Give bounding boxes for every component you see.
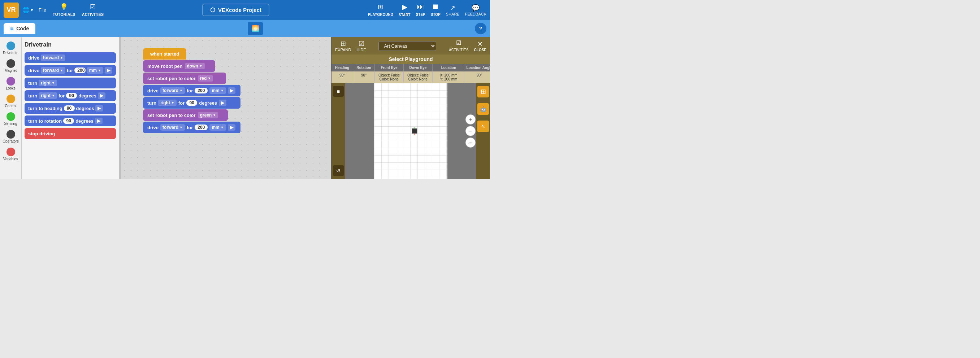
sensing-dot bbox=[6, 112, 15, 121]
canvas-green-dropdown[interactable]: green bbox=[198, 112, 218, 118]
pg-activities-button[interactable]: ☑ ACTIVITIES bbox=[449, 40, 468, 53]
sensing-label: Sensing bbox=[4, 122, 17, 125]
sidebar-item-control[interactable]: Control bbox=[1, 93, 21, 109]
looks-dot bbox=[6, 77, 15, 86]
feedback-label: FEEDBACK bbox=[465, 12, 487, 16]
canvas-degrees-text: degrees bbox=[199, 100, 217, 106]
globe-menu[interactable]: 🌐 ▾ bbox=[22, 6, 33, 13]
magnet-dot bbox=[6, 59, 15, 68]
canvas-block-group: when started move robot pen down set rob… bbox=[143, 48, 240, 134]
block-drive-forward-mm[interactable]: drive forward for 200 mm ▶ bbox=[25, 65, 116, 76]
sidebar-item-magnet[interactable]: Magnet bbox=[1, 58, 21, 74]
block-turn-right[interactable]: turn right bbox=[25, 78, 116, 89]
block-arrow4[interactable]: ▶ bbox=[95, 118, 103, 124]
sidebar-item-drivetrain[interactable]: Drivetrain bbox=[1, 40, 21, 56]
operators-label: Operators bbox=[3, 139, 18, 143]
canvas-mm-dropdown1[interactable]: mm bbox=[210, 87, 226, 94]
block-forward-dropdown[interactable]: forward bbox=[41, 54, 65, 61]
pg-reset-btn[interactable]: ↺ bbox=[333, 165, 344, 176]
workspace-canvas[interactable]: when started move robot pen down set rob… bbox=[121, 37, 331, 179]
step-label: STEP bbox=[416, 13, 425, 17]
stop-button[interactable]: ⏹ STOP bbox=[431, 3, 441, 17]
sidebar-item-sensing[interactable]: Sensing bbox=[1, 111, 21, 127]
canvas-arrow2[interactable]: ▶ bbox=[219, 100, 226, 106]
canvas-move-pen-text: move robot pen bbox=[147, 63, 183, 69]
canvas-90-input[interactable]: 90 bbox=[186, 100, 197, 106]
canvas-drive-forward-1[interactable]: drive forward for 200 mm ▶ bbox=[143, 85, 240, 97]
canvas-arrow1[interactable]: ▶ bbox=[228, 87, 235, 94]
step-icon: ⏭ bbox=[416, 3, 425, 11]
canvas-red-dropdown[interactable]: red bbox=[198, 75, 213, 82]
canvas-forward-dropdown2[interactable]: forward bbox=[160, 124, 185, 131]
block-turn-rotation-text: turn to rotation bbox=[28, 118, 62, 124]
sidebar-item-variables[interactable]: Variables bbox=[1, 146, 21, 162]
canvas-drive-forward-2[interactable]: drive forward for 200 mm ▶ bbox=[143, 122, 240, 133]
zoom-out-button[interactable]: − bbox=[465, 126, 476, 136]
control-label: Control bbox=[5, 104, 16, 108]
canvas-right-dropdown[interactable]: right bbox=[158, 100, 177, 106]
block-turn-to-heading[interactable]: turn to heading 90 degrees ▶ bbox=[25, 103, 116, 114]
feedback-button[interactable]: 💬 FEEDBACK bbox=[465, 4, 487, 16]
variables-label: Variables bbox=[3, 157, 18, 161]
block-turn-right-degrees[interactable]: turn right for 90 degrees ▶ bbox=[25, 90, 116, 101]
block-turn-to-rotation[interactable]: turn to rotation 90 degrees ▶ bbox=[25, 116, 116, 126]
canvas-200-input1[interactable]: 200 bbox=[195, 88, 208, 93]
pg-robot-icon-btn[interactable]: 🤖 bbox=[477, 103, 489, 115]
block-rotation-90-input[interactable]: 90 bbox=[63, 118, 74, 124]
canvas-arrow3[interactable]: ▶ bbox=[228, 124, 235, 131]
block-heading-90-input[interactable]: 90 bbox=[64, 105, 75, 111]
zoom-in-button[interactable]: + bbox=[465, 114, 476, 125]
start-button[interactable]: ▶ START bbox=[399, 3, 410, 18]
block-right-dropdown2[interactable]: right bbox=[39, 92, 57, 99]
canvas-set-pen-green[interactable]: set robot pen to color green bbox=[143, 109, 228, 121]
canvas-set-pen-red[interactable]: set robot pen to color red bbox=[143, 73, 226, 84]
sidebar-item-looks[interactable]: Looks bbox=[1, 75, 21, 92]
block-200-input[interactable]: 200 bbox=[75, 68, 85, 73]
block-forward-dropdown2[interactable]: forward bbox=[41, 67, 65, 74]
playground-button[interactable]: ⊞ PLAYGROUND bbox=[368, 3, 393, 17]
tutorials-button[interactable]: 💡 TUTORIALS bbox=[53, 3, 75, 17]
canvas-mm-dropdown2[interactable]: mm bbox=[210, 124, 226, 131]
playground-select-dropdown[interactable]: Art Canvas Maze Grid bbox=[379, 41, 436, 51]
pg-hide-button[interactable]: ☑ HIDE bbox=[356, 40, 366, 52]
pg-grid-icon-btn[interactable]: ⊞ bbox=[477, 86, 489, 97]
code-tab[interactable]: ≡ Code bbox=[3, 23, 35, 34]
pg-stop-btn[interactable]: ■ bbox=[333, 86, 344, 97]
file-menu[interactable]: File bbox=[39, 7, 46, 13]
project-title[interactable]: ⬡ VEXcode Project bbox=[202, 3, 269, 16]
block-mm-dropdown[interactable]: mm bbox=[87, 67, 103, 74]
pg-expand-button[interactable]: ⊞ EXPAND bbox=[335, 40, 351, 52]
share-button[interactable]: ↗ SHARE bbox=[446, 4, 460, 16]
canvas-turn-right-90[interactable]: turn right for 90 degrees ▶ bbox=[143, 97, 240, 109]
help-button[interactable]: ? bbox=[475, 23, 487, 34]
canvas-forward-dropdown1[interactable]: forward bbox=[160, 87, 185, 94]
block-arrow3[interactable]: ▶ bbox=[95, 105, 103, 111]
globe-dropdown-arrow: ▾ bbox=[31, 7, 33, 13]
canvas-for-text2: for bbox=[178, 100, 185, 106]
block-right-dropdown[interactable]: right bbox=[39, 80, 57, 86]
down-eye-col-header: Down Eye bbox=[404, 64, 433, 71]
hide-label: HIDE bbox=[356, 48, 366, 52]
pg-cursor-icon-btn[interactable]: ↖ bbox=[477, 120, 489, 132]
block-arrow1[interactable]: ▶ bbox=[105, 67, 112, 74]
pg-close-button[interactable]: ✕ CLOSE bbox=[474, 40, 487, 52]
zoom-more-button[interactable]: ⋯ bbox=[465, 138, 476, 147]
start-icon: ▶ bbox=[399, 3, 410, 11]
block-arrow2[interactable]: ▶ bbox=[98, 92, 105, 99]
activities-button[interactable]: ☑ ACTIVITIES bbox=[82, 3, 104, 17]
playground-panel: ⊞ EXPAND ☑ HIDE Art Canvas Maze Grid ☑ A… bbox=[331, 37, 490, 179]
block-90-input[interactable]: 90 bbox=[66, 93, 77, 98]
canvas-move-pen-down[interactable]: move robot pen down bbox=[143, 60, 215, 72]
block-drive-forward[interactable]: drive forward bbox=[25, 52, 116, 63]
canvas-down-dropdown[interactable]: down bbox=[185, 63, 205, 69]
canvas-200-input2[interactable]: 200 bbox=[195, 125, 208, 130]
sunrise-button[interactable]: 🌅 bbox=[248, 22, 263, 35]
step-button[interactable]: ⏭ STEP bbox=[416, 3, 425, 17]
sidebar-item-operators[interactable]: Operators bbox=[1, 128, 21, 145]
drivetrain-label: Drivetrain bbox=[3, 51, 18, 55]
robot-indicator bbox=[411, 127, 418, 135]
location-col-header: Location bbox=[433, 64, 465, 71]
block-stop-driving[interactable]: stop driving bbox=[25, 128, 116, 139]
canvas-when-started[interactable]: when started bbox=[143, 48, 186, 60]
pg-grid-canvas[interactable] bbox=[374, 83, 447, 179]
